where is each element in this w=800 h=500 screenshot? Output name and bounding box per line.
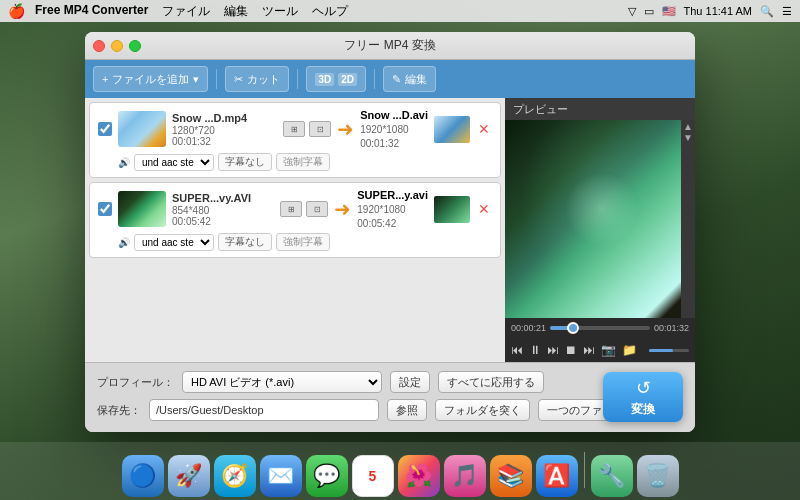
dock-mail[interactable]: ✉️ — [260, 455, 302, 497]
file-2-encode-btn[interactable]: 強制字幕 — [276, 233, 330, 251]
list-icon[interactable]: ☰ — [782, 5, 792, 18]
profile-label: プロフィール： — [97, 375, 174, 390]
file-1-audio-select[interactable]: und aac ste — [134, 154, 214, 171]
file-2-vbtn-1[interactable]: ⊞ — [280, 201, 302, 217]
file-1-thumbnail — [118, 111, 166, 147]
dock-appstore[interactable]: 🅰️ — [536, 455, 578, 497]
file-2-output-name: SUPER...y.avi — [357, 189, 428, 201]
3d-badge: 3D — [315, 73, 334, 86]
volume-bar[interactable] — [649, 349, 689, 352]
menubar-file[interactable]: ファイル — [162, 3, 210, 20]
file-1-time: 00:01:32 — [172, 136, 273, 147]
clock: Thu 11:41 AM — [684, 5, 753, 17]
dock-books[interactable]: 📚 — [490, 455, 532, 497]
file-2-time: 00:05:42 — [172, 216, 270, 227]
timeline-handle[interactable] — [567, 322, 579, 334]
wifi-icon: ▽ — [628, 5, 636, 18]
menubar-tools[interactable]: ツール — [262, 3, 298, 20]
apple-menu[interactable]: 🍎 — [8, 3, 25, 19]
preview-scroll-side: ▲ ▼ — [681, 120, 695, 318]
bottom-row-1: プロフィール： HD AVI ビデオ (*.avi) 設定 すべてに応用する — [97, 371, 683, 393]
file-1-dim: 1280*720 — [172, 125, 273, 136]
dock-finder[interactable]: 🔵 — [122, 455, 164, 497]
edit-icon: ✎ — [392, 73, 401, 86]
search-icon[interactable]: 🔍 — [760, 5, 774, 18]
file-1-checkbox[interactable] — [98, 122, 112, 136]
convert-button[interactable]: ↺ 変換 — [603, 372, 683, 422]
main-content: Snow ...D.mp4 1280*720 00:01:32 ⊞ ⊡ ➜ Sn… — [85, 98, 695, 362]
file-1-output-name: Snow ...D.avi — [360, 109, 428, 121]
apply-all-button[interactable]: すべてに応用する — [438, 371, 544, 393]
file-2-vbtn-2[interactable]: ⊡ — [306, 201, 328, 217]
preview-controls: ⏮ ⏸ ⏭ ⏹ ⏭ 📷 📁 — [505, 338, 695, 362]
maximize-button[interactable] — [129, 40, 141, 52]
file-2-close[interactable]: ✕ — [476, 202, 492, 216]
file-item-2-top: SUPER...vy.AVI 854*480 00:05:42 ⊞ ⊡ ➜ SU… — [98, 189, 492, 229]
play-icon[interactable]: ⏭ — [547, 344, 559, 356]
skip-end-icon[interactable]: ⏭ — [583, 344, 595, 356]
browse-button[interactable]: 参照 — [387, 399, 427, 421]
menubar-edit[interactable]: 編集 — [224, 3, 248, 20]
preview-panel: プレビュー ▲ ▼ 00:00:21 00:01:32 ⏮ ⏸ ⏭ — [505, 98, 695, 362]
toolbar-sep-1 — [216, 69, 217, 89]
file-2-output-dim: 1920*1080 — [357, 204, 428, 215]
dock-photos[interactable]: 🌺 — [398, 455, 440, 497]
file-1-subtitle-btn[interactable]: 字幕なし — [218, 153, 272, 171]
dock-safari[interactable]: 🧭 — [214, 455, 256, 497]
save-path-input[interactable] — [149, 399, 379, 421]
menubar-items: Free MP4 Converter ファイル 編集 ツール ヘルプ — [35, 3, 628, 20]
toolbar-sep-3 — [374, 69, 375, 89]
current-time: 00:00:21 — [511, 323, 546, 333]
file-1-vbtn-2[interactable]: ⊡ — [309, 121, 331, 137]
scissors-icon: ✂ — [234, 73, 243, 86]
file-2-output: SUPER...y.avi 1920*1080 00:05:42 — [357, 189, 428, 229]
pause-icon[interactable]: ⏸ — [529, 344, 541, 356]
preview-label: プレビュー — [505, 98, 695, 120]
minimize-button[interactable] — [111, 40, 123, 52]
file-2-subtitle-btn[interactable]: 字幕なし — [218, 233, 272, 251]
3d-button[interactable]: 3D 2D — [306, 66, 366, 92]
timeline-bar[interactable] — [550, 326, 650, 330]
menubar-app-name[interactable]: Free MP4 Converter — [35, 3, 148, 20]
file-1-vbtn-1[interactable]: ⊞ — [283, 121, 305, 137]
bottom-row-2: 保存先： 参照 フォルダを突く 一つのファイルに結合 — [97, 399, 683, 421]
dock-launchpad[interactable]: 🚀 — [168, 455, 210, 497]
app-window: フリー MP4 変換 + ファイルを追加 ▾ ✂ カット 3D 2D ✎ 編集 — [85, 32, 695, 432]
dock-messages[interactable]: 💬 — [306, 455, 348, 497]
traffic-lights — [93, 40, 141, 52]
2d-badge: 2D — [338, 73, 357, 86]
flag-icon: 🇺🇸 — [662, 5, 676, 18]
dock-divider — [584, 452, 585, 488]
browse-folder-button[interactable]: フォルダを突く — [435, 399, 530, 421]
stop-icon[interactable]: ⏹ — [565, 344, 577, 356]
folder-icon[interactable]: 📁 — [622, 344, 637, 356]
edit-button[interactable]: ✎ 編集 — [383, 66, 436, 92]
dock-itunes[interactable]: 🎵 — [444, 455, 486, 497]
file-2-audio-select[interactable]: und aac ste — [134, 234, 214, 251]
file-2-vid-btns: ⊞ ⊡ — [280, 201, 328, 217]
cut-button[interactable]: ✂ カット — [225, 66, 289, 92]
menubar-help[interactable]: ヘルプ — [312, 3, 348, 20]
close-button[interactable] — [93, 40, 105, 52]
dock-calendar[interactable]: 5 — [352, 455, 394, 497]
file-item-1-bottom: 🔊 und aac ste 字幕なし 強制字幕 — [98, 153, 492, 171]
toolbar: + ファイルを追加 ▾ ✂ カット 3D 2D ✎ 編集 — [85, 60, 695, 98]
profile-select[interactable]: HD AVI ビデオ (*.avi) — [182, 371, 382, 393]
dock-trash[interactable]: 🗑️ — [637, 455, 679, 497]
file-1-close[interactable]: ✕ — [476, 122, 492, 136]
dock-misc[interactable]: 🔧 — [591, 455, 633, 497]
play-prev-icon[interactable]: ⏮ — [511, 344, 523, 356]
toolbar-sep-2 — [297, 69, 298, 89]
preview-top-area: ▲ ▼ — [505, 120, 695, 318]
file-1-vid-btns: ⊞ ⊡ — [283, 121, 331, 137]
scroll-up-icon[interactable]: ▲ — [683, 122, 693, 132]
screenshot-icon[interactable]: 📷 — [601, 344, 616, 356]
settings-button[interactable]: 設定 — [390, 371, 430, 393]
scroll-down-icon[interactable]: ▼ — [683, 133, 693, 143]
arrow-icon-2: ➜ — [334, 197, 351, 221]
save-label: 保存先： — [97, 403, 141, 418]
add-file-button[interactable]: + ファイルを追加 ▾ — [93, 66, 208, 92]
file-2-checkbox[interactable] — [98, 202, 112, 216]
file-1-name: Snow ...D.mp4 — [172, 112, 273, 124]
file-1-encode-btn[interactable]: 強制字幕 — [276, 153, 330, 171]
